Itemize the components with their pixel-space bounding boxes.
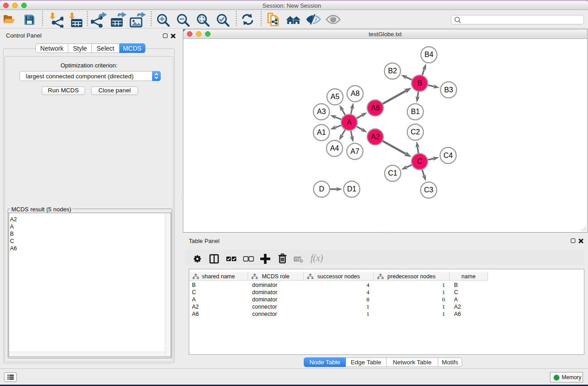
svg-text:B3: B3 — [444, 86, 453, 94]
svg-text:D1: D1 — [347, 185, 357, 193]
svg-text:B4: B4 — [425, 51, 434, 58]
svg-text:A3: A3 — [317, 108, 326, 115]
svg-text:A8: A8 — [351, 90, 360, 97]
svg-text:C4: C4 — [444, 152, 453, 159]
svg-text:A: A — [347, 119, 352, 126]
svg-text:A4: A4 — [330, 144, 339, 152]
svg-text:B: B — [417, 79, 422, 87]
svg-text:A6: A6 — [371, 104, 380, 112]
svg-text:A7: A7 — [350, 148, 359, 155]
svg-text:B1: B1 — [411, 108, 420, 115]
svg-text:A5: A5 — [330, 93, 339, 100]
svg-text:C2: C2 — [411, 128, 420, 136]
svg-text:D: D — [319, 185, 325, 193]
svg-text:C1: C1 — [388, 169, 397, 177]
svg-text:A2: A2 — [371, 133, 380, 141]
svg-text:A1: A1 — [317, 129, 326, 136]
svg-text:C3: C3 — [424, 186, 434, 194]
svg-text:B2: B2 — [388, 67, 397, 75]
svg-text:C: C — [417, 157, 422, 165]
